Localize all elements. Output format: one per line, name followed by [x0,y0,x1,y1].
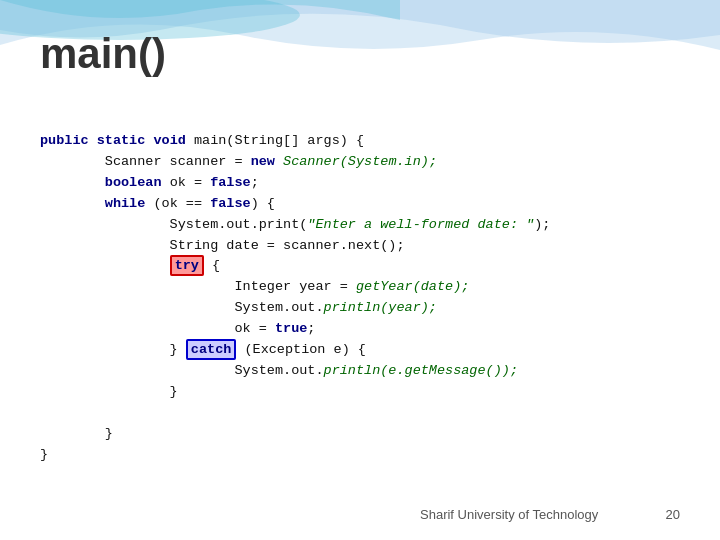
keyword-static: static [97,133,146,148]
code-line-12: System.out.println(e.getMessage()); [40,363,518,378]
code-line-11: } catch (Exception e) { [40,339,366,360]
footer-university: Sharif University of Technology [353,507,666,522]
code-line-3: boolean ok = false; [40,175,259,190]
keyword-false-1: false [210,175,251,190]
catch-keyword: catch [186,339,237,360]
keyword-public: public [40,133,89,148]
println-year: println(year); [324,300,437,315]
keyword-while: while [105,196,146,211]
keyword-boolean: boolean [105,175,162,190]
get-message-call: println(e.getMessage()); [324,363,518,378]
code-line-1: public static void main(String[] args) { [40,133,364,148]
code-block: public static void main(String[] args) {… [40,110,680,466]
keyword-void: void [153,133,185,148]
code-line-5: System.out.print("Enter a well-formed da… [40,217,550,232]
code-line-7: try { [40,255,220,276]
code-line-10: ok = true; [40,321,315,336]
string-enter-date: "Enter a well-formed date: " [307,217,534,232]
keyword-true: true [275,321,307,336]
get-year-call: getYear(date); [356,279,469,294]
keyword-new: new [251,154,275,169]
page-title: main() [40,30,166,78]
code-line-9: System.out.println(year); [40,300,437,315]
code-line-13: } [40,384,178,399]
footer-page: 20 [666,507,680,522]
code-line-6: String date = scanner.next(); [40,238,405,253]
code-line-15: } [40,447,48,462]
code-line-4: while (ok == false) { [40,196,275,211]
code-line-8: Integer year = getYear(date); [40,279,469,294]
code-line-14: } [40,426,113,441]
scanner-call: Scanner(System.in); [283,154,437,169]
try-keyword: try [170,255,204,276]
code-line-2: Scanner scanner = new Scanner(System.in)… [40,154,437,169]
footer: Sharif University of Technology 20 [0,507,720,522]
keyword-false-2: false [210,196,251,211]
